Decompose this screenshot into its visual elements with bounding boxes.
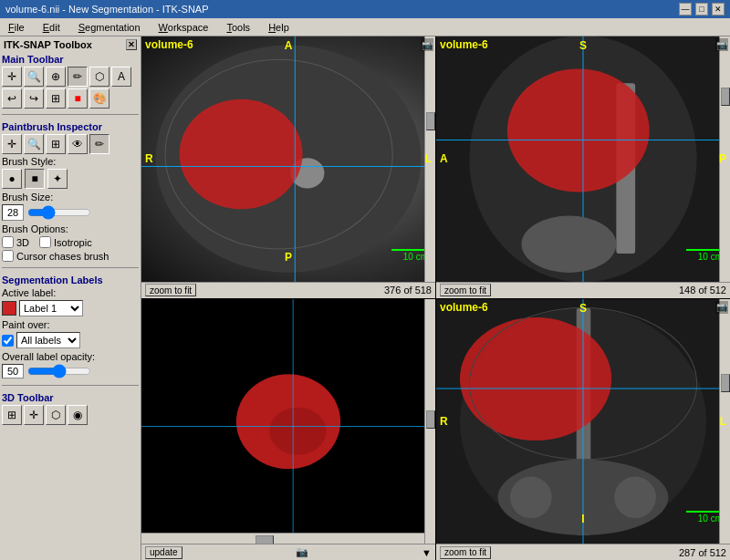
overall-opacity-label: Overall label opacity: [2,351,139,362]
menu-segmentation[interactable]: Segmentation [74,21,145,34]
svg-point-3 [180,99,303,209]
tool-navigate[interactable]: ✛ [2,67,22,87]
3d-icon-2: ✛ [29,409,38,421]
close-button[interactable]: ✕ [712,3,725,16]
scale-line-br [686,511,723,513]
pb-icon-2: 🔍 [27,138,41,150]
square-brush-icon: ■ [31,172,37,185]
vp-tl-icon[interactable]: 📷 [421,38,433,51]
3d-tool-1[interactable]: ⊞ [2,405,22,425]
vp-tr-anat-p: P [719,152,726,165]
svg-point-25 [614,476,656,518]
brush-style-circle[interactable]: ● [2,169,22,189]
cursor-chases-row: Cursor chases brush [2,250,139,262]
vp-br-zoom-btn[interactable]: zoom to fit [440,546,491,559]
3d-icon-4: ◉ [73,409,82,421]
viewport-bl-canvas[interactable] [141,299,435,544]
text-icon: A [118,70,125,83]
vp-br-scroll-thumb [721,374,730,392]
tool-layers[interactable]: ⊞ [46,88,66,109]
brush-options-label: Brush Options: [2,223,139,234]
brush-size-slider[interactable] [27,206,91,219]
vp-tl-label: volume-6 [145,38,193,51]
vp-tr-label: volume-6 [440,38,488,51]
vp-br-icon[interactable]: 📷 [715,301,728,314]
viewport-br-canvas[interactable]: volume-6 S I R L 10 cm 📷 [436,299,730,544]
undo-icon: ↩ [7,92,16,105]
vp-tr-icon[interactable]: 📷 [715,38,728,51]
tool-text[interactable]: A [111,67,131,87]
vp-tr-anat-a: A [440,152,448,165]
tool-paintbrush[interactable]: ✏ [68,67,88,87]
paintbrush-inspector-label: Paintbrush Inspector [2,121,139,132]
menu-help[interactable]: Help [264,21,294,34]
tool-crosshair[interactable]: ⊕ [46,67,66,87]
paint-over-select[interactable]: All labels [16,332,80,348]
vp-bl-dropdown-icon[interactable]: ▼ [422,547,432,558]
paint-over-checkbox[interactable] [2,335,14,347]
svg-point-15 [269,407,326,454]
pb-tool-1[interactable]: ✛ [2,134,22,154]
viewport-tr-canvas[interactable]: volume-6 S A P 10 cm 📷 [436,36,730,282]
option-3d-checkbox[interactable] [2,236,14,248]
minimize-button[interactable]: — [679,3,692,16]
brush-size-value: 28 [2,204,24,221]
active-label-swatch [2,301,16,316]
three-d-toolbar-label: 3D Toolbar [2,392,139,403]
brush-size-label: Brush Size: [2,192,139,202]
active-label-select[interactable]: Label 1 [19,300,83,316]
tool-redo[interactable]: ↪ [24,88,44,109]
opacity-value: 50 [2,364,24,379]
pb-tool-5[interactable]: ✏ [89,134,110,154]
option-isotropic-checkbox[interactable] [39,236,51,248]
vp-bl-scrollbar[interactable] [424,299,435,544]
viewport-tl-canvas[interactable]: volume-6 A P R L 10 cm 📷 [141,36,435,282]
tool-red[interactable]: ■ [68,88,88,109]
brush-style-custom[interactable]: ✦ [47,169,68,189]
vp-tl-anat-r: R [145,152,153,165]
vp-tr-status: zoom to fit 148 of 512 [436,282,730,298]
opacity-row: 50 [2,364,139,379]
vp-tl-zoom-btn[interactable]: zoom to fit [145,284,196,296]
vp-br-status: zoom to fit 287 of 512 [436,544,730,560]
menu-workspace[interactable]: Workspace [154,21,214,34]
viewport-bottom-left: update 📷 ▼ [141,299,435,561]
svg-point-21 [460,316,611,440]
3d-tool-2[interactable]: ✛ [24,405,44,425]
vp-bl-cam-icon: 📷 [296,546,308,558]
cursor-chases-checkbox[interactable] [2,250,14,262]
vp-br-label: volume-6 [440,301,488,314]
divider3 [2,385,139,386]
pb-tool-3[interactable]: ⊞ [46,134,66,154]
tool-color[interactable]: 🎨 [89,88,110,109]
vp-br-anat-s: S [579,302,587,315]
crosshair-icon: ⊕ [51,70,60,83]
menu-edit[interactable]: Edit [38,21,65,34]
vp-tl-anat-a: A [285,39,293,52]
vp-bl-status: update 📷 ▼ [141,544,435,560]
tool-zoom[interactable]: 🔍 [24,67,44,87]
opacity-slider[interactable] [27,365,91,378]
vp-bl-scroll-thumb [426,410,435,429]
tool-undo[interactable]: ↩ [2,88,22,109]
toolbox-header: ITK-SNAP Toolbox ✕ [2,38,139,51]
vp-bl-hscrollbar[interactable] [141,533,424,544]
toolbox-close-button[interactable]: ✕ [126,39,137,50]
vp-tr-zoom-btn[interactable]: zoom to fit [440,284,491,296]
maximize-button[interactable]: □ [695,3,708,16]
brush-style-square[interactable]: ■ [25,169,45,189]
tool-polygon[interactable]: ⬡ [89,67,110,87]
menu-file[interactable]: File [4,21,29,34]
pb-tool-2[interactable]: 🔍 [24,134,44,154]
3d-tool-4[interactable]: ◉ [68,405,88,425]
pb-tool-4[interactable]: 👁 [68,134,88,154]
vp-tr-scale: 10 cm [686,249,723,262]
paint-over-row: All labels [2,332,139,348]
custom-brush-icon: ✦ [53,172,62,185]
3d-tool-3[interactable]: ⬡ [46,405,66,425]
vp-br-anat-r: R [440,415,448,428]
menu-tools[interactable]: Tools [222,21,255,34]
vp-bl-update-btn[interactable]: update [145,546,182,559]
vp-tl-status: zoom to fit 376 of 518 [141,282,435,298]
main-layout: ITK-SNAP Toolbox ✕ Main Toolbar ✛ 🔍 ⊕ ✏ … [0,36,730,560]
